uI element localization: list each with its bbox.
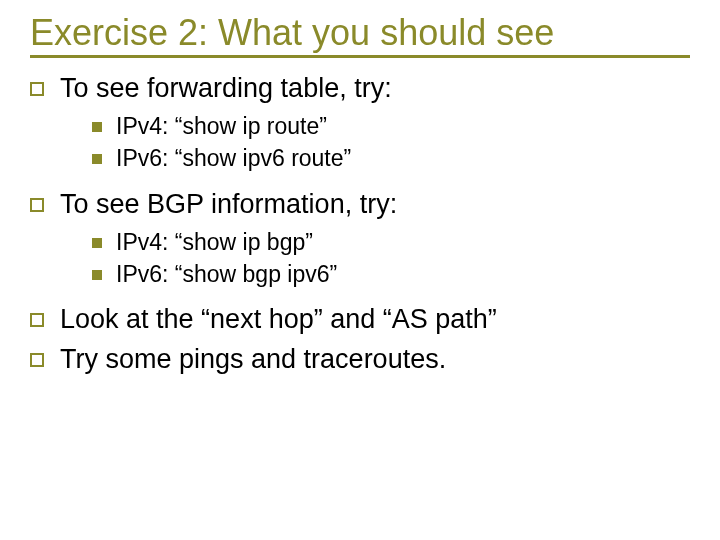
square-outline-icon xyxy=(30,198,44,212)
bullet-text: Try some pings and traceroutes. xyxy=(60,343,690,377)
square-solid-icon xyxy=(92,154,102,164)
bullet-text: IPv6: “show bgp ipv6” xyxy=(116,260,690,290)
bullet-text: Look at the “next hop” and “AS path” xyxy=(60,303,690,337)
bullet-level2: IPv4: “show ip bgp” xyxy=(92,228,690,258)
bullet-text: IPv6: “show ipv6 route” xyxy=(116,144,690,174)
bullet-level1: To see BGP information, try: xyxy=(30,188,690,222)
square-outline-icon xyxy=(30,353,44,367)
bullet-level2: IPv4: “show ip route” xyxy=(92,112,690,142)
square-outline-icon xyxy=(30,313,44,327)
sub-bullets: IPv4: “show ip bgp” IPv6: “show bgp ipv6… xyxy=(92,228,690,290)
slide: Exercise 2: What you should see To see f… xyxy=(0,0,720,540)
bullet-level2: IPv6: “show bgp ipv6” xyxy=(92,260,690,290)
square-solid-icon xyxy=(92,238,102,248)
square-outline-icon xyxy=(30,82,44,96)
square-solid-icon xyxy=(92,270,102,280)
bullet-text: To see BGP information, try: xyxy=(60,188,690,222)
bullet-text: IPv4: “show ip route” xyxy=(116,112,690,142)
bullet-level1: Try some pings and traceroutes. xyxy=(30,343,690,377)
bullet-level2: IPv6: “show ipv6 route” xyxy=(92,144,690,174)
bullet-level1: To see forwarding table, try: xyxy=(30,72,690,106)
bullet-text: IPv4: “show ip bgp” xyxy=(116,228,690,258)
square-solid-icon xyxy=(92,122,102,132)
sub-bullets: IPv4: “show ip route” IPv6: “show ipv6 r… xyxy=(92,112,690,174)
slide-body: To see forwarding table, try: IPv4: “sho… xyxy=(30,72,690,377)
bullet-level1: Look at the “next hop” and “AS path” xyxy=(30,303,690,337)
bullet-text: To see forwarding table, try: xyxy=(60,72,690,106)
slide-title: Exercise 2: What you should see xyxy=(30,12,690,58)
